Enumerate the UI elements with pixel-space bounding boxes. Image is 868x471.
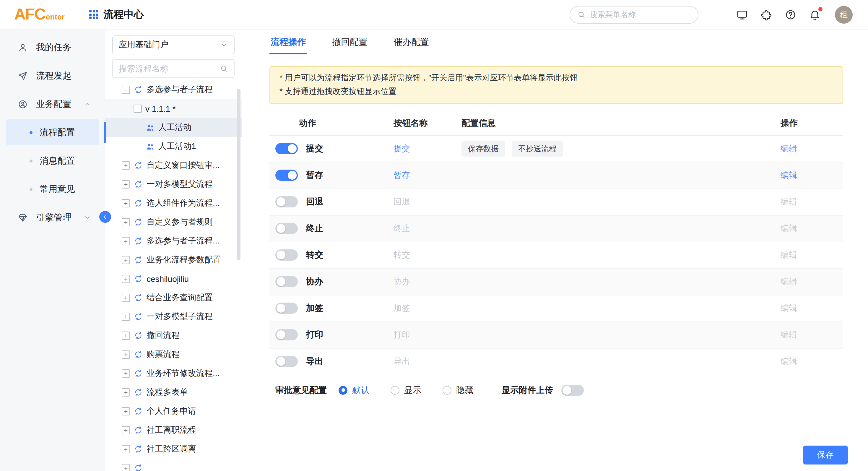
tree-item-label: 社工跨区调离 [147, 444, 196, 454]
toggle-off[interactable] [275, 196, 298, 208]
expand-plus-icon[interactable]: + [122, 369, 130, 378]
expand-plus-icon[interactable]: + [122, 199, 130, 208]
help-icon[interactable] [785, 8, 797, 21]
collapse-minus-icon[interactable]: − [133, 104, 142, 113]
expand-plus-icon[interactable]: + [122, 275, 130, 283]
notification-bell-icon[interactable] [809, 8, 821, 21]
tree-item-18[interactable]: +社工离职流程 [105, 421, 242, 440]
action-cell: 提交 [270, 143, 394, 155]
sidebar-subitem-2-1[interactable]: 消息配置 [6, 148, 99, 174]
expand-plus-icon[interactable]: + [122, 426, 130, 434]
sidebar-subitem-2-0[interactable]: 流程配置 [6, 119, 99, 146]
expand-plus-icon[interactable]: + [122, 464, 130, 471]
plugin-puzzle-icon[interactable] [761, 8, 772, 21]
tab-2[interactable]: 催办配置 [392, 34, 430, 54]
expand-plus-icon[interactable]: + [122, 218, 130, 226]
action-cell: 终止 [270, 223, 394, 234]
application-select[interactable]: 应用基础门户 [112, 35, 235, 54]
toggle-off[interactable] [275, 276, 298, 287]
app-logo: AFC enter [14, 5, 65, 24]
tree-item-7[interactable]: +自定义参与者规则 [105, 213, 242, 232]
expand-plus-icon[interactable]: + [122, 445, 130, 453]
tree-item-13[interactable]: +撤回流程 [105, 326, 242, 345]
tree-item-9[interactable]: +业务化流程参数配置 [105, 251, 242, 270]
tab-1[interactable]: 撤回配置 [331, 34, 369, 54]
attachment-upload-toggle[interactable] [561, 385, 584, 396]
expand-plus-icon[interactable]: + [122, 332, 130, 340]
tree-item-label: 一对多模型父流程 [147, 179, 213, 190]
menu-search[interactable] [569, 6, 699, 23]
tree-item-0[interactable]: −多选参与者子流程 [105, 81, 242, 99]
process-icon [133, 369, 143, 378]
expand-plus-icon[interactable]: + [122, 407, 130, 415]
tree-item-19[interactable]: +社工跨区调离 [105, 440, 242, 459]
toggle-off[interactable] [275, 303, 298, 314]
menu-search-input[interactable] [590, 10, 691, 19]
tree-item-8[interactable]: +多选参与者子流程... [105, 232, 242, 251]
process-icon [133, 463, 143, 471]
app-title-wrap: 流程中心 [90, 8, 144, 21]
button-name[interactable]: 暂存 [394, 170, 462, 181]
toggle-on[interactable] [275, 143, 298, 155]
tree-item-6[interactable]: +选人组件作为流程... [105, 194, 242, 213]
edit-link: 编辑 [780, 356, 843, 367]
tree-item-16[interactable]: +流程多表单 [105, 383, 242, 402]
sidebar-item-3[interactable]: 引擎管理 [6, 205, 99, 230]
toggle-off[interactable] [275, 356, 298, 367]
save-button[interactable]: 保存 [803, 446, 848, 465]
radio-option-1[interactable]: 显示 [391, 385, 421, 396]
toggle-off[interactable] [275, 250, 298, 261]
tree-item-20[interactable]: + [105, 459, 242, 471]
expand-plus-icon[interactable]: + [122, 350, 130, 359]
expand-plus-icon[interactable]: + [122, 313, 130, 321]
process-search-input[interactable] [119, 64, 220, 73]
monitor-icon[interactable] [736, 8, 748, 21]
button-name[interactable]: 提交 [394, 144, 462, 154]
action-cell: 转交 [270, 250, 394, 261]
edit-link[interactable]: 编辑 [780, 170, 843, 181]
process-icon [133, 350, 143, 359]
toggle-off[interactable] [275, 329, 298, 341]
tree-item-1[interactable]: −v 1.1.1 * [105, 99, 242, 118]
radio-selected-icon [339, 386, 347, 395]
expand-plus-icon[interactable]: + [122, 294, 130, 302]
expand-plus-icon[interactable]: + [122, 237, 130, 245]
bullet-dot [30, 131, 32, 134]
tree-item-10[interactable]: +ceshiluojiliu [105, 270, 242, 288]
tree-item-5[interactable]: +一对多模型父流程 [105, 175, 242, 194]
tree-item-4[interactable]: +自定义窗口按钮审... [105, 156, 242, 175]
tree-item-15[interactable]: +业务环节修改流程... [105, 364, 242, 383]
tab-0[interactable]: 流程操作 [270, 34, 307, 54]
tree-item-12[interactable]: +一对多模型子流程 [105, 307, 242, 326]
radio-label: 显示 [404, 385, 421, 396]
tree-item-3[interactable]: 人工活动1 [105, 137, 242, 156]
radio-option-0[interactable]: 默认 [339, 385, 369, 396]
sidebar-item-label: 业务配置 [36, 98, 71, 109]
expand-plus-icon[interactable]: + [122, 388, 130, 397]
sidebar-item-2[interactable]: 业务配置 [6, 91, 99, 117]
expand-plus-icon[interactable]: + [122, 180, 130, 189]
expand-plus-icon[interactable]: + [122, 161, 130, 169]
tree-item-14[interactable]: +购票流程 [105, 345, 242, 364]
expand-plus-icon[interactable]: + [122, 256, 130, 264]
collapse-sidebar-button[interactable] [99, 211, 111, 223]
toggle-off[interactable] [275, 223, 298, 234]
process-icon [133, 237, 143, 246]
process-search[interactable] [112, 59, 235, 78]
sidebar-item-0[interactable]: 我的任务 [6, 34, 99, 60]
toggle-on[interactable] [275, 170, 298, 181]
process-tree: −多选参与者子流程−v 1.1.1 *人工活动人工活动1+自定义窗口按钮审...… [105, 81, 242, 471]
radio-option-2[interactable]: 隐藏 [442, 385, 473, 396]
tree-item-2[interactable]: 人工活动 [105, 118, 242, 137]
sidebar-item-1[interactable]: 流程发起 [6, 63, 99, 89]
apps-grid-icon[interactable] [90, 10, 98, 19]
tree-item-label: 人工活动 [158, 122, 191, 133]
user-avatar[interactable]: 租 [835, 6, 852, 23]
edit-link[interactable]: 编辑 [780, 144, 843, 154]
tree-scrollbar[interactable] [237, 89, 241, 260]
collapse-minus-icon[interactable]: − [122, 86, 130, 94]
tree-item-17[interactable]: +个人任务申请 [105, 402, 242, 421]
process-icon [133, 407, 143, 416]
sidebar-subitem-2-2[interactable]: 常用意见 [6, 176, 99, 202]
tree-item-11[interactable]: +结合业务查询配置 [105, 288, 242, 307]
